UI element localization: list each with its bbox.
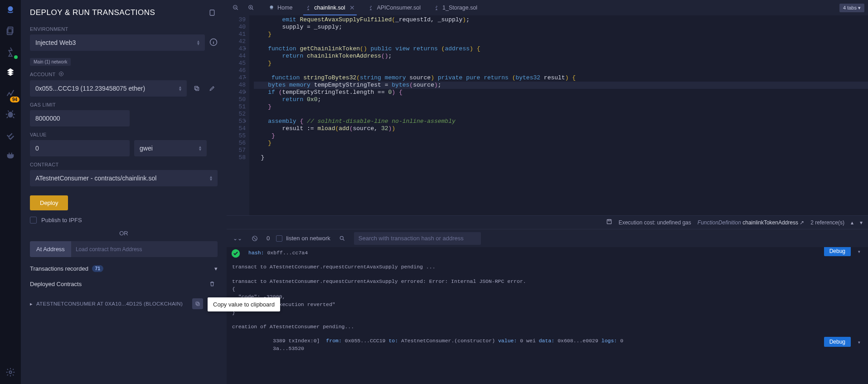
tx-count-badge: 71 (92, 265, 103, 272)
tab-home[interactable]: Home (263, 0, 298, 15)
execution-cost: Execution cost: undefined gas (619, 219, 691, 226)
remix-logo-icon[interactable] (4, 4, 17, 16)
deploy-run-icon[interactable] (4, 66, 17, 79)
network-badge: Main (1) network (30, 58, 71, 66)
publish-ipfs-checkbox[interactable] (30, 217, 37, 224)
account-copy-icon[interactable] (191, 83, 202, 94)
listen-checkbox[interactable] (276, 235, 282, 242)
value-input[interactable] (30, 140, 130, 156)
references-count[interactable]: 2 reference(s) (810, 219, 844, 226)
code-editor[interactable]: 3940414243▾44454647▾4849▾50515253▾545556… (227, 15, 868, 215)
trash-icon[interactable] (207, 278, 218, 289)
at-address-button[interactable]: At Address (30, 241, 71, 257)
svg-point-4 (9, 371, 12, 374)
svg-rect-8 (196, 87, 199, 91)
home-icon (268, 5, 275, 11)
nav-down-icon[interactable]: ▾ (860, 219, 863, 226)
contract-label: CONTRACT (30, 162, 218, 167)
copy-tooltip: Copy value to clipboard (208, 297, 280, 311)
svg-rect-9 (194, 86, 198, 89)
tx-success-icon (231, 249, 240, 258)
panel-title: DEPLOY & RUN TRANSACTIONS (30, 8, 155, 17)
tab-storage[interactable]: 1_Storage.sol (428, 0, 483, 15)
at-address-input[interactable] (71, 241, 218, 257)
value-unit-select[interactable]: gwei▴▾ (134, 140, 207, 156)
svg-point-3 (8, 112, 13, 118)
debug-expand-icon[interactable]: ▾ (858, 248, 861, 256)
deployed-contract-item[interactable]: ▸ ATESTNETCONSUMER AT 0XA10...4D125 (BLO… (30, 296, 218, 312)
save-icon (606, 219, 612, 226)
deploy-panel: DEPLOY & RUN TRANSACTIONS ENVIRONMENT In… (21, 0, 227, 384)
zoom-out-icon[interactable] (230, 2, 241, 13)
tabs-count-button[interactable]: 4 tabs ▾ (839, 4, 864, 12)
analysis-icon[interactable]: 94 (4, 87, 17, 100)
deploy-button[interactable]: Deploy (30, 195, 68, 210)
tab-chainlink[interactable]: chainlink.sol ✕ (300, 0, 360, 15)
solidity-file-icon (433, 5, 440, 11)
terminal-bar: ⌄⌄ 0 listen on network (227, 229, 868, 247)
svg-rect-10 (197, 303, 199, 306)
debug-expand-icon[interactable]: ▾ (858, 339, 861, 347)
debugger-icon[interactable] (4, 108, 17, 121)
share-icon[interactable]: ↗ (800, 219, 804, 226)
debug-button[interactable]: Debug (824, 247, 851, 256)
file-explorer-icon[interactable] (4, 24, 17, 37)
listen-label: listen on network (286, 235, 330, 242)
console-line: transact to ATestnetConsumer.requestCurr… (232, 263, 863, 271)
zoom-in-icon[interactable] (246, 2, 257, 13)
account-edit-icon[interactable] (207, 83, 218, 94)
console-line: transact to ATestnetConsumer.requestCurr… (232, 277, 863, 316)
environment-select[interactable]: Injected Web3▴▾ (30, 34, 205, 51)
icon-rail: 94 (0, 0, 21, 384)
console-output[interactable]: hash: 0xbff...cc7a4 Debug ▾ transact to … (227, 247, 868, 384)
chevron-down-icon: ▾ (214, 265, 218, 272)
svg-rect-16 (608, 219, 610, 221)
or-divider: OR (30, 230, 218, 237)
panel-doc-icon[interactable] (207, 7, 218, 18)
account-select[interactable]: 0x055...CCC19 (112.239458075 ether)▴▾ (30, 80, 187, 97)
console-line: 3389 txIndex:0] from: 0x055...CCC19 to: … (232, 337, 863, 353)
console-line: creation of ATestnetConsumer pending... (232, 323, 863, 331)
svg-rect-15 (607, 219, 611, 224)
tab-bar: Home chainlink.sol ✕ APIConsumer.sol 1_S… (227, 0, 868, 15)
account-add-icon[interactable] (58, 71, 64, 78)
term-clear-icon[interactable] (249, 233, 260, 244)
analysis-badge: 94 (10, 97, 19, 102)
solidity-file-icon (368, 5, 374, 11)
chevron-right-icon: ▸ (30, 301, 33, 307)
value-label: VALUE (30, 132, 218, 137)
svg-point-14 (270, 5, 273, 9)
nav-up-icon[interactable]: ▴ (851, 219, 853, 226)
compile-success-icon (13, 54, 19, 60)
tab-apiconsumer[interactable]: APIConsumer.sol (362, 0, 426, 15)
settings-icon[interactable] (4, 366, 17, 379)
deployed-copy-icon[interactable] (192, 298, 203, 309)
term-search-icon[interactable] (337, 233, 348, 244)
compiler-icon[interactable] (4, 45, 17, 58)
solidity-file-icon (305, 5, 311, 11)
plugin-icon[interactable] (4, 150, 17, 162)
transactions-recorded-row[interactable]: Transactions recorded 71 ▾ (30, 265, 218, 272)
svg-point-18 (340, 236, 343, 239)
deployed-contracts-row: Deployed Contracts (30, 278, 218, 289)
gas-limit-input[interactable] (30, 110, 130, 126)
svg-rect-5 (210, 10, 214, 15)
unit-test-icon[interactable] (4, 129, 17, 141)
editor-status-bar: Execution cost: undefined gas FunctionDe… (227, 215, 868, 229)
environment-info-icon[interactable] (209, 38, 218, 48)
gas-limit-label: GAS LIMIT (30, 102, 218, 107)
account-label: ACCOUNT (30, 71, 218, 78)
term-collapse-icon[interactable]: ⌄⌄ (232, 233, 243, 244)
contract-select[interactable]: ATestnetConsumer - contracts/chainlink.s… (30, 170, 218, 186)
pending-count: 0 (267, 235, 270, 242)
svg-rect-11 (196, 302, 199, 305)
publish-ipfs-label: Publish to IPFS (41, 217, 82, 224)
svg-point-0 (8, 6, 13, 11)
debug-button[interactable]: Debug (824, 337, 851, 347)
tab-close-icon[interactable]: ✕ (349, 4, 355, 11)
term-search-input[interactable] (354, 232, 481, 245)
environment-label: ENVIRONMENT (30, 26, 218, 32)
